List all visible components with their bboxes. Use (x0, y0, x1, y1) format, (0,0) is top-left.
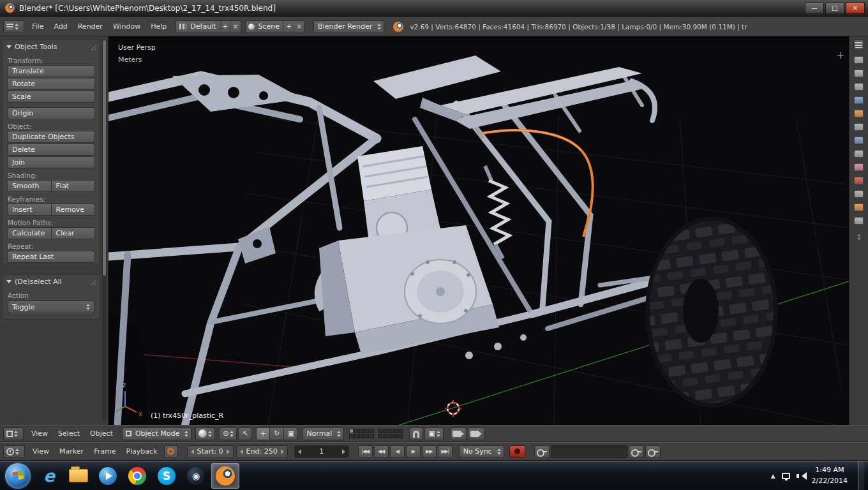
sync-mode-selector[interactable]: No Sync (459, 445, 504, 458)
frame-start-field[interactable]: Start: 0 (187, 445, 234, 458)
viewport-3d[interactable]: z x User Persp Meters (1) trx450r_plasti… (108, 36, 849, 425)
tray-expand-icon[interactable]: ▲ (771, 473, 775, 479)
add-scene-button[interactable]: + (283, 21, 294, 33)
properties-tab-physics-icon[interactable] (854, 204, 864, 211)
mode-selector[interactable]: Object Mode (122, 427, 191, 440)
frame-end-field[interactable]: End: 250 (236, 445, 288, 458)
play-reverse-button[interactable]: ◀ (390, 445, 405, 458)
properties-scroll-hint-icon[interactable]: ⇕ (855, 233, 862, 242)
snap-toggle-button[interactable] (409, 427, 423, 440)
layers-widget[interactable] (349, 429, 403, 438)
properties-tab-camera-data-icon[interactable] (854, 217, 864, 225)
properties-tab-object-icon[interactable] (854, 110, 864, 117)
increment-arrow-icon[interactable] (281, 449, 284, 454)
panel-object-tools-header[interactable]: Object Tools (3, 40, 100, 54)
pivot-point-selector[interactable]: ⊙ (219, 427, 237, 440)
editor-type-properties-button[interactable] (853, 40, 864, 50)
menu-select[interactable]: Select (53, 429, 85, 438)
delete-button[interactable]: Delete (7, 144, 95, 156)
properties-tab-modifiers-icon[interactable] (854, 137, 864, 144)
properties-tab-render-layers-icon[interactable] (854, 70, 864, 77)
translate-button[interactable]: Translate (7, 65, 95, 77)
insert-keyframe-button[interactable]: Insert (7, 204, 52, 216)
taskbar-blender-icon[interactable] (211, 463, 239, 489)
keying-set-button[interactable] (534, 445, 550, 458)
manipulator-rotate-button[interactable]: ↻ (270, 427, 284, 440)
manipulator-translate-button[interactable]: + (256, 427, 270, 440)
origin-button[interactable]: Origin (7, 107, 95, 119)
tool-shelf-scrollbar[interactable] (102, 40, 107, 422)
decrement-arrow-icon[interactable] (240, 449, 243, 454)
render-engine-selector[interactable]: Blender Render (313, 20, 384, 33)
editor-type-3dview-button[interactable] (3, 427, 24, 440)
viewport-canvas[interactable]: z x (108, 36, 849, 425)
menu-file[interactable]: File (27, 22, 49, 31)
editor-type-timeline-button[interactable] (3, 445, 25, 458)
editor-type-info-button[interactable] (3, 20, 24, 33)
menu-object[interactable]: Object (85, 429, 118, 438)
taskbar-clock[interactable]: 1:49 AM 2/22/2014 (812, 465, 848, 486)
calculate-paths-button[interactable]: Calculate (7, 227, 52, 239)
show-desktop-button[interactable] (858, 461, 864, 490)
taskbar-internet-explorer-icon[interactable]: e (35, 463, 63, 489)
snap-element-selector[interactable]: ▣ (424, 427, 443, 440)
increment-arrow-icon[interactable] (342, 449, 345, 454)
panel-deselect-all-header[interactable]: (De)select All (3, 275, 100, 288)
opengl-render-anim-button[interactable] (468, 427, 484, 440)
next-keyframe-button[interactable]: ▶▶ (422, 445, 437, 458)
layers-group-2[interactable] (378, 429, 403, 438)
current-frame-field[interactable]: 1 (294, 445, 349, 458)
layers-group-1[interactable] (349, 429, 374, 438)
properties-tab-material-icon[interactable] (854, 163, 864, 171)
viewport-shading-selector[interactable] (195, 427, 215, 440)
menu-add[interactable]: Add (49, 22, 72, 31)
play-button[interactable]: ▶ (406, 445, 421, 458)
action-toggle-selector[interactable]: Toggle (8, 301, 94, 313)
decrement-arrow-icon[interactable] (191, 449, 194, 454)
repeat-last-button[interactable]: Repeat Last (7, 251, 95, 263)
properties-tab-texture-icon[interactable] (854, 177, 864, 184)
prev-keyframe-button[interactable]: ◀◀ (374, 445, 389, 458)
keying-set-field[interactable] (551, 445, 627, 458)
screen-layout-selector[interactable]: Default + × (176, 20, 241, 33)
rotate-button[interactable]: Rotate (7, 78, 95, 90)
join-button[interactable]: Join (7, 156, 95, 168)
tool-shelf-scroll-thumb[interactable] (102, 40, 107, 276)
maximize-button[interactable]: □ (825, 3, 844, 14)
jump-to-end-button[interactable]: ▶▶| (438, 445, 453, 458)
title-bar[interactable]: Blender* [C:\Users\WhitePhenom\Desktop\2… (0, 0, 868, 17)
menu-frame[interactable]: Frame (89, 447, 121, 456)
delete-keyframe-header-button[interactable] (645, 445, 661, 458)
properties-tab-scene-icon[interactable] (854, 83, 864, 91)
preview-range-button[interactable] (164, 445, 178, 458)
smooth-button[interactable]: Smooth (7, 180, 52, 192)
scale-button[interactable]: Scale (7, 91, 95, 103)
taskbar-skype-icon[interactable]: S (153, 463, 181, 489)
region-expand-button[interactable]: + (836, 50, 844, 61)
menu-render[interactable]: Render (73, 22, 108, 31)
opengl-render-button[interactable] (450, 427, 467, 440)
taskbar-steam-icon[interactable]: ◉ (182, 463, 210, 489)
properties-tab-object-data-icon[interactable] (854, 150, 864, 158)
volume-icon[interactable] (797, 472, 805, 480)
close-scene-button[interactable]: × (294, 21, 304, 33)
menu-window[interactable]: Window (108, 22, 146, 31)
properties-tab-render-icon[interactable] (854, 56, 864, 64)
decrement-arrow-icon[interactable] (298, 449, 301, 454)
auto-keyframe-record-button[interactable] (509, 445, 525, 458)
scene-selector[interactable]: Scene + × (245, 20, 305, 33)
insert-keyframe-header-button[interactable] (629, 445, 644, 458)
taskbar-chrome-icon[interactable] (123, 463, 151, 489)
menu-marker[interactable]: Marker (54, 447, 89, 456)
menu-playback[interactable]: Playback (121, 447, 162, 456)
menu-view[interactable]: View (26, 429, 53, 438)
properties-tab-constraints-icon[interactable] (854, 123, 864, 131)
minimize-button[interactable]: — (805, 3, 824, 14)
clear-paths-button[interactable]: Clear (52, 227, 96, 239)
properties-tab-particles-icon[interactable] (854, 190, 864, 198)
taskbar-media-player-icon[interactable] (94, 463, 122, 489)
flat-button[interactable]: Flat (52, 180, 96, 192)
duplicate-objects-button[interactable]: Duplicate Objects (7, 131, 95, 143)
increment-arrow-icon[interactable] (227, 449, 230, 454)
start-button[interactable] (5, 463, 31, 489)
